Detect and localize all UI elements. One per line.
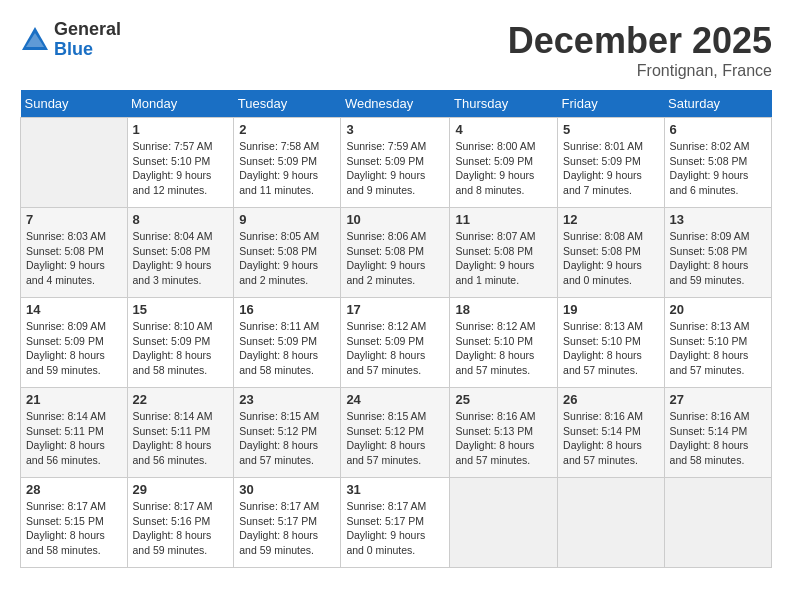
day-cell: 16Sunrise: 8:11 AMSunset: 5:09 PMDayligh… xyxy=(234,298,341,388)
logo: General Blue xyxy=(20,20,121,60)
day-info: Sunrise: 8:10 AMSunset: 5:09 PMDaylight:… xyxy=(133,319,229,378)
day-number: 10 xyxy=(346,212,444,227)
header-friday: Friday xyxy=(558,90,665,118)
day-info: Sunrise: 8:14 AMSunset: 5:11 PMDaylight:… xyxy=(26,409,122,468)
day-info: Sunrise: 8:14 AMSunset: 5:11 PMDaylight:… xyxy=(133,409,229,468)
day-cell: 27Sunrise: 8:16 AMSunset: 5:14 PMDayligh… xyxy=(664,388,771,478)
day-number: 31 xyxy=(346,482,444,497)
day-cell xyxy=(558,478,665,568)
day-number: 29 xyxy=(133,482,229,497)
day-info: Sunrise: 8:15 AMSunset: 5:12 PMDaylight:… xyxy=(239,409,335,468)
logo-general: General xyxy=(54,20,121,40)
day-cell: 8Sunrise: 8:04 AMSunset: 5:08 PMDaylight… xyxy=(127,208,234,298)
day-cell: 23Sunrise: 8:15 AMSunset: 5:12 PMDayligh… xyxy=(234,388,341,478)
day-cell: 20Sunrise: 8:13 AMSunset: 5:10 PMDayligh… xyxy=(664,298,771,388)
day-info: Sunrise: 8:03 AMSunset: 5:08 PMDaylight:… xyxy=(26,229,122,288)
day-number: 23 xyxy=(239,392,335,407)
day-cell: 24Sunrise: 8:15 AMSunset: 5:12 PMDayligh… xyxy=(341,388,450,478)
month-title: December 2025 xyxy=(508,20,772,62)
day-cell: 5Sunrise: 8:01 AMSunset: 5:09 PMDaylight… xyxy=(558,118,665,208)
day-number: 20 xyxy=(670,302,766,317)
day-cell: 25Sunrise: 8:16 AMSunset: 5:13 PMDayligh… xyxy=(450,388,558,478)
calendar-header-row: SundayMondayTuesdayWednesdayThursdayFrid… xyxy=(21,90,772,118)
day-number: 24 xyxy=(346,392,444,407)
day-cell: 3Sunrise: 7:59 AMSunset: 5:09 PMDaylight… xyxy=(341,118,450,208)
day-info: Sunrise: 8:12 AMSunset: 5:10 PMDaylight:… xyxy=(455,319,552,378)
week-row-3: 14Sunrise: 8:09 AMSunset: 5:09 PMDayligh… xyxy=(21,298,772,388)
day-cell: 12Sunrise: 8:08 AMSunset: 5:08 PMDayligh… xyxy=(558,208,665,298)
logo-blue: Blue xyxy=(54,40,121,60)
day-info: Sunrise: 8:09 AMSunset: 5:09 PMDaylight:… xyxy=(26,319,122,378)
day-number: 9 xyxy=(239,212,335,227)
logo-text: General Blue xyxy=(54,20,121,60)
day-cell: 19Sunrise: 8:13 AMSunset: 5:10 PMDayligh… xyxy=(558,298,665,388)
day-info: Sunrise: 8:17 AMSunset: 5:16 PMDaylight:… xyxy=(133,499,229,558)
day-cell: 13Sunrise: 8:09 AMSunset: 5:08 PMDayligh… xyxy=(664,208,771,298)
day-info: Sunrise: 8:02 AMSunset: 5:08 PMDaylight:… xyxy=(670,139,766,198)
day-number: 1 xyxy=(133,122,229,137)
day-info: Sunrise: 8:05 AMSunset: 5:08 PMDaylight:… xyxy=(239,229,335,288)
day-info: Sunrise: 8:13 AMSunset: 5:10 PMDaylight:… xyxy=(670,319,766,378)
day-cell: 21Sunrise: 8:14 AMSunset: 5:11 PMDayligh… xyxy=(21,388,128,478)
week-row-2: 7Sunrise: 8:03 AMSunset: 5:08 PMDaylight… xyxy=(21,208,772,298)
day-info: Sunrise: 8:17 AMSunset: 5:17 PMDaylight:… xyxy=(239,499,335,558)
header-wednesday: Wednesday xyxy=(341,90,450,118)
day-number: 3 xyxy=(346,122,444,137)
day-cell: 6Sunrise: 8:02 AMSunset: 5:08 PMDaylight… xyxy=(664,118,771,208)
day-info: Sunrise: 8:17 AMSunset: 5:15 PMDaylight:… xyxy=(26,499,122,558)
day-number: 19 xyxy=(563,302,659,317)
logo-icon xyxy=(20,25,50,55)
day-cell: 1Sunrise: 7:57 AMSunset: 5:10 PMDaylight… xyxy=(127,118,234,208)
day-number: 30 xyxy=(239,482,335,497)
day-cell: 31Sunrise: 8:17 AMSunset: 5:17 PMDayligh… xyxy=(341,478,450,568)
day-info: Sunrise: 8:17 AMSunset: 5:17 PMDaylight:… xyxy=(346,499,444,558)
day-info: Sunrise: 8:07 AMSunset: 5:08 PMDaylight:… xyxy=(455,229,552,288)
location: Frontignan, France xyxy=(508,62,772,80)
day-info: Sunrise: 8:09 AMSunset: 5:08 PMDaylight:… xyxy=(670,229,766,288)
day-info: Sunrise: 7:59 AMSunset: 5:09 PMDaylight:… xyxy=(346,139,444,198)
day-cell: 9Sunrise: 8:05 AMSunset: 5:08 PMDaylight… xyxy=(234,208,341,298)
header-thursday: Thursday xyxy=(450,90,558,118)
day-number: 6 xyxy=(670,122,766,137)
day-info: Sunrise: 8:08 AMSunset: 5:08 PMDaylight:… xyxy=(563,229,659,288)
day-info: Sunrise: 8:04 AMSunset: 5:08 PMDaylight:… xyxy=(133,229,229,288)
day-cell: 17Sunrise: 8:12 AMSunset: 5:09 PMDayligh… xyxy=(341,298,450,388)
day-cell: 2Sunrise: 7:58 AMSunset: 5:09 PMDaylight… xyxy=(234,118,341,208)
day-info: Sunrise: 8:16 AMSunset: 5:13 PMDaylight:… xyxy=(455,409,552,468)
day-info: Sunrise: 8:12 AMSunset: 5:09 PMDaylight:… xyxy=(346,319,444,378)
day-info: Sunrise: 7:58 AMSunset: 5:09 PMDaylight:… xyxy=(239,139,335,198)
day-number: 2 xyxy=(239,122,335,137)
calendar: SundayMondayTuesdayWednesdayThursdayFrid… xyxy=(20,90,772,568)
day-number: 5 xyxy=(563,122,659,137)
page-header: General Blue December 2025 Frontignan, F… xyxy=(20,20,772,80)
day-info: Sunrise: 8:00 AMSunset: 5:09 PMDaylight:… xyxy=(455,139,552,198)
title-area: December 2025 Frontignan, France xyxy=(508,20,772,80)
day-number: 25 xyxy=(455,392,552,407)
week-row-1: 1Sunrise: 7:57 AMSunset: 5:10 PMDaylight… xyxy=(21,118,772,208)
day-cell: 29Sunrise: 8:17 AMSunset: 5:16 PMDayligh… xyxy=(127,478,234,568)
day-cell: 22Sunrise: 8:14 AMSunset: 5:11 PMDayligh… xyxy=(127,388,234,478)
day-cell xyxy=(664,478,771,568)
day-cell: 15Sunrise: 8:10 AMSunset: 5:09 PMDayligh… xyxy=(127,298,234,388)
day-number: 4 xyxy=(455,122,552,137)
day-cell xyxy=(21,118,128,208)
day-cell: 7Sunrise: 8:03 AMSunset: 5:08 PMDaylight… xyxy=(21,208,128,298)
day-cell: 28Sunrise: 8:17 AMSunset: 5:15 PMDayligh… xyxy=(21,478,128,568)
day-number: 27 xyxy=(670,392,766,407)
week-row-5: 28Sunrise: 8:17 AMSunset: 5:15 PMDayligh… xyxy=(21,478,772,568)
day-info: Sunrise: 8:13 AMSunset: 5:10 PMDaylight:… xyxy=(563,319,659,378)
day-cell: 30Sunrise: 8:17 AMSunset: 5:17 PMDayligh… xyxy=(234,478,341,568)
header-saturday: Saturday xyxy=(664,90,771,118)
day-cell: 4Sunrise: 8:00 AMSunset: 5:09 PMDaylight… xyxy=(450,118,558,208)
header-monday: Monday xyxy=(127,90,234,118)
header-sunday: Sunday xyxy=(21,90,128,118)
day-info: Sunrise: 8:01 AMSunset: 5:09 PMDaylight:… xyxy=(563,139,659,198)
day-number: 13 xyxy=(670,212,766,227)
day-cell: 11Sunrise: 8:07 AMSunset: 5:08 PMDayligh… xyxy=(450,208,558,298)
day-number: 15 xyxy=(133,302,229,317)
day-info: Sunrise: 7:57 AMSunset: 5:10 PMDaylight:… xyxy=(133,139,229,198)
header-tuesday: Tuesday xyxy=(234,90,341,118)
day-number: 11 xyxy=(455,212,552,227)
day-cell xyxy=(450,478,558,568)
day-number: 17 xyxy=(346,302,444,317)
